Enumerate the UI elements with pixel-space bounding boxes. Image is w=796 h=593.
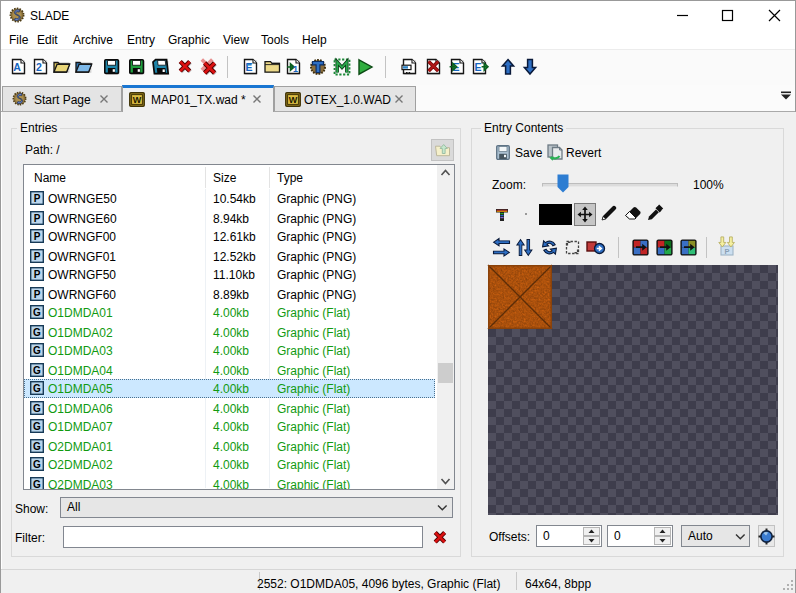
svg-text:G: G xyxy=(33,383,41,394)
svg-text:2: 2 xyxy=(36,61,42,73)
svg-text:G: G xyxy=(33,327,41,338)
svg-text:W: W xyxy=(133,95,142,105)
svg-text:W: W xyxy=(289,95,298,105)
svg-text:G: G xyxy=(33,307,41,318)
svg-text:E: E xyxy=(245,61,252,73)
svg-text:P: P xyxy=(34,193,41,204)
svg-text:G: G xyxy=(33,345,41,356)
svg-text:G: G xyxy=(33,365,41,376)
svg-text:G: G xyxy=(33,441,41,452)
svg-text:P: P xyxy=(34,251,41,262)
svg-text:G: G xyxy=(33,479,41,489)
svg-text:P: P xyxy=(34,231,41,242)
svg-text:G: G xyxy=(33,403,41,414)
svg-text:P: P xyxy=(724,247,729,256)
svg-text:P: P xyxy=(34,269,41,280)
svg-text:G: G xyxy=(33,459,41,470)
svg-text:G: G xyxy=(33,421,41,432)
svg-text:P: P xyxy=(34,289,41,300)
svg-text:1: 1 xyxy=(293,64,298,74)
svg-text:E: E xyxy=(474,61,481,73)
svg-text:P: P xyxy=(34,213,41,224)
svg-text:A: A xyxy=(13,61,21,73)
